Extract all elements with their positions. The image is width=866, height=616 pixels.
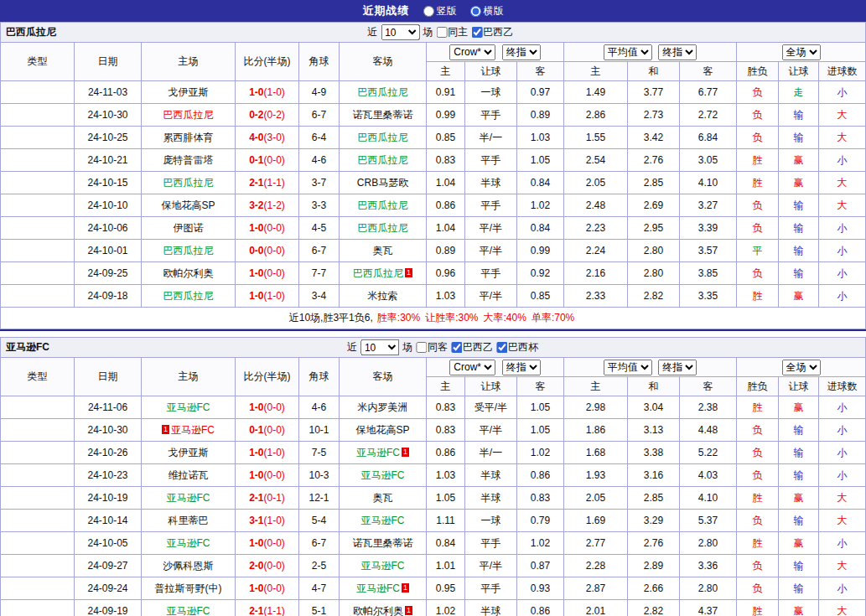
- full-score: 3-2: [249, 199, 263, 211]
- section-team-name: 巴西瓜拉尼: [6, 25, 56, 39]
- odds-away: 0.93: [517, 577, 564, 600]
- bookmaker-select[interactable]: Crow*: [449, 44, 495, 60]
- result-wdl: 负: [737, 577, 779, 600]
- home-team: 亚马逊FC: [142, 487, 236, 510]
- avg-away: 4.48: [680, 419, 737, 442]
- team-name: 亚马逊FC: [361, 515, 405, 526]
- match-count-select[interactable]: 10: [381, 24, 419, 40]
- score-cell: 2-1(0-1): [236, 487, 299, 510]
- final-index-select-2[interactable]: 终指: [658, 44, 697, 60]
- filter-prefix-label: 近: [347, 340, 357, 355]
- summary-text: 近10场,胜3平1负6,胜率:30%让胜率:30%大率:40%单率:70%: [1, 308, 866, 329]
- league-serieb-checkbox-label[interactable]: 巴西乙: [451, 340, 493, 355]
- half-score: (0-0): [264, 424, 285, 436]
- avg-away: 3.39: [680, 217, 737, 240]
- corners: 12-1: [299, 487, 340, 510]
- cup-checkbox[interactable]: [496, 342, 507, 353]
- score-cell: 0-1(0-0): [236, 149, 299, 172]
- same-away-checkbox-label[interactable]: 同客: [416, 340, 448, 355]
- league-cell: 巴西乙: [1, 555, 75, 577]
- same-home-checkbox[interactable]: [436, 27, 447, 38]
- results-table: 类型 日期 主场 比分(半场) 角球 客场 Crow* 终指 平均值 终指 全场: [0, 42, 866, 329]
- fullmatch-select[interactable]: 全场: [782, 44, 821, 60]
- layout-horizontal-label: 横版: [484, 4, 504, 18]
- league-cell: 巴西乙: [1, 464, 75, 487]
- result-wdl: 胜: [737, 532, 779, 555]
- away-team: 米内罗美洲: [340, 396, 427, 419]
- score-cell: 1-0(1-0): [236, 81, 299, 104]
- odds-handicap: 半球: [465, 487, 517, 510]
- score-cell: 1-0(0-0): [236, 532, 299, 555]
- league-cell: 巴西乙: [1, 285, 75, 308]
- corners: 4-7: [299, 577, 340, 600]
- layout-vertical-radio[interactable]: 竖版: [423, 4, 457, 18]
- match-date: 24-11-06: [75, 396, 142, 419]
- average-select[interactable]: 平均值: [604, 360, 652, 375]
- avg-draw: 2.80: [628, 240, 680, 262]
- odds-handicap: 平手: [465, 104, 517, 127]
- same-away-checkbox[interactable]: [416, 342, 427, 353]
- home-team: 巴西瓜拉尼: [142, 240, 236, 262]
- team-name: 巴西瓜拉尼: [163, 245, 214, 256]
- corners: 7-7: [299, 262, 340, 285]
- th-result-goals: 进球数: [819, 62, 866, 81]
- away-team: 亚马逊FC: [340, 510, 427, 532]
- same-home-checkbox-label[interactable]: 同主: [436, 25, 468, 39]
- avg-home: 2.28: [564, 555, 628, 577]
- avg-draw: 2.89: [628, 555, 680, 577]
- average-select[interactable]: 平均值: [604, 44, 652, 60]
- th-odds-away: 客: [517, 377, 564, 396]
- match-row: 巴西乙24-10-14科里蒂巴3-1(1-0)5-4亚马逊FC1.11一球0.7…: [1, 510, 866, 532]
- odds-home: 1.01: [427, 555, 465, 577]
- summary-stat: 胜率:30%: [377, 312, 420, 324]
- match-date: 24-10-30: [75, 419, 142, 442]
- result-handicap: 输: [779, 555, 819, 577]
- league-serieb-checkbox-label[interactable]: 巴西乙: [471, 25, 513, 39]
- full-score: 3-1: [249, 515, 263, 526]
- cup-checkbox-label[interactable]: 巴西杯: [496, 340, 538, 355]
- final-index-select[interactable]: 终指: [502, 44, 541, 60]
- result-wdl: 负: [737, 194, 779, 217]
- th-corners: 角球: [299, 43, 340, 81]
- layout-horizontal-radio[interactable]: 横版: [470, 4, 504, 18]
- avg-draw: 3.42: [628, 127, 680, 149]
- avg-away: 2.80: [680, 577, 737, 600]
- final-index-select-2[interactable]: 终指: [658, 360, 697, 375]
- half-score: (0-2): [264, 109, 285, 121]
- team-name: 亚马逊FC: [171, 424, 215, 436]
- bookmaker-select[interactable]: Crow*: [449, 360, 495, 375]
- match-row: 巴西乙24-09-19亚马逊FC2-1(1-1)5-1欧帕尔利奥11.02半球0…: [1, 600, 866, 616]
- team-name: 亚马逊FC: [167, 492, 210, 504]
- odds-away: 1.05: [517, 149, 564, 172]
- odds-home: 0.95: [427, 577, 465, 600]
- avg-draw: 3.29: [628, 510, 680, 532]
- away-team: 巴西瓜拉尼: [340, 81, 427, 104]
- full-score: 1-0: [249, 537, 263, 549]
- half-score: (1-2): [264, 199, 285, 211]
- match-count-select[interactable]: 10: [360, 339, 399, 355]
- league-cell: 巴西乙: [1, 577, 75, 600]
- league-cell: 巴西乙: [1, 396, 75, 419]
- th-score: 比分(半场): [236, 358, 299, 396]
- odds-away: 1.02: [517, 442, 564, 464]
- th-avg-draw: 和: [628, 377, 680, 396]
- result-goals: 大: [819, 555, 866, 577]
- fullmatch-select[interactable]: 全场: [782, 360, 821, 375]
- league-cell: 巴西乙: [1, 442, 75, 464]
- half-score: (0-0): [264, 560, 285, 572]
- avg-away: 4.37: [680, 600, 737, 616]
- odds-group-header: Crow* 终指: [427, 358, 564, 377]
- avg-home: 1.86: [564, 419, 628, 442]
- league-serieb-checkbox[interactable]: [451, 342, 462, 353]
- league-serieb-checkbox[interactable]: [471, 27, 482, 38]
- match-date: 24-10-21: [75, 149, 142, 172]
- home-team: 欧帕尔利奥: [142, 262, 236, 285]
- final-index-select[interactable]: 终指: [502, 360, 541, 375]
- team-name: 伊图诺: [174, 222, 204, 234]
- odds-home: 0.86: [427, 194, 465, 217]
- corners: 5-1: [299, 600, 340, 616]
- layout-horizontal-radio-input[interactable]: [470, 6, 481, 17]
- match-date: 24-10-06: [75, 217, 142, 240]
- odds-handicap: 平/半: [465, 217, 517, 240]
- layout-vertical-radio-input[interactable]: [423, 6, 434, 17]
